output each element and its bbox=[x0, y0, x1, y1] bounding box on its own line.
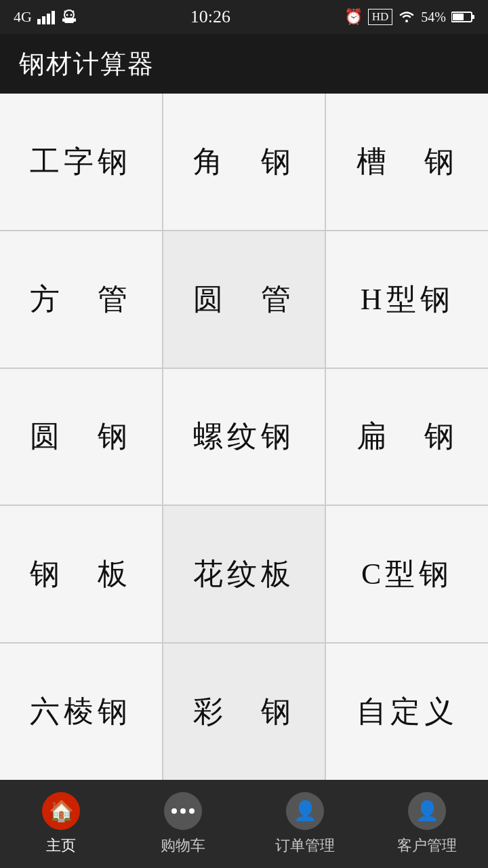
grid-item-label-caogong: 槽 钢 bbox=[357, 142, 458, 182]
grid-item-caogong[interactable]: 槽 钢 bbox=[326, 94, 488, 230]
svg-line-5 bbox=[64, 11, 66, 12]
grid-item-gangban[interactable]: 钢 板 bbox=[0, 506, 162, 642]
app-header: 钢材计算器 bbox=[0, 34, 488, 94]
grid-item-biangang[interactable]: 扁 钢 bbox=[326, 369, 488, 505]
svg-rect-3 bbox=[52, 11, 55, 24]
svg-point-7 bbox=[66, 14, 68, 16]
grid-item-fangguan[interactable]: 方 管 bbox=[0, 231, 162, 368]
grid-item-label-hxingang: H型钢 bbox=[361, 279, 454, 319]
orders-icon: 👤 bbox=[286, 792, 324, 830]
hd-badge: HD bbox=[368, 9, 393, 25]
material-grid: 工字钢角 钢槽 钢方 管圆 管H型钢圆 钢螺纹钢扁 钢钢 板花纹板C型钢六棱钢彩… bbox=[0, 94, 488, 780]
nav-orders-label: 订单管理 bbox=[275, 835, 335, 856]
svg-point-8 bbox=[70, 14, 72, 16]
grid-item-hxingang[interactable]: H型钢 bbox=[326, 231, 488, 368]
svg-rect-10 bbox=[62, 18, 64, 22]
nav-home[interactable]: 🏠 主页 bbox=[0, 780, 122, 868]
alarm-icon: ⏰ bbox=[344, 8, 363, 26]
grid-item-label-fangguan: 方 管 bbox=[30, 279, 131, 319]
wifi-icon bbox=[398, 10, 415, 24]
svg-rect-2 bbox=[47, 14, 50, 24]
grid-item-label-yuanguan: 圆 管 bbox=[193, 279, 295, 319]
battery-icon bbox=[451, 11, 474, 23]
grid-item-label-luowengang: 螺纹钢 bbox=[193, 416, 295, 456]
svg-line-6 bbox=[73, 11, 74, 12]
nav-cart-label: 购物车 bbox=[161, 835, 205, 856]
grid-item-label-jiaogong: 角 钢 bbox=[193, 142, 295, 182]
svg-point-12 bbox=[405, 20, 408, 22]
grid-item-label-caigang: 彩 钢 bbox=[193, 692, 295, 732]
grid-item-jiaogong[interactable]: 角 钢 bbox=[163, 94, 325, 230]
grid-item-label-zidingyi: 自定义 bbox=[357, 692, 458, 732]
nav-customers-label: 客户管理 bbox=[397, 835, 457, 856]
grid-item-yuanguan[interactable]: 圆 管 bbox=[163, 231, 325, 368]
grid-item-zidingyi[interactable]: 自定义 bbox=[326, 644, 488, 780]
grid-item-gonizigong[interactable]: 工字钢 bbox=[0, 94, 162, 230]
signal-text: 4G bbox=[14, 8, 32, 26]
grid-item-caigang[interactable]: 彩 钢 bbox=[163, 644, 325, 780]
svg-rect-15 bbox=[453, 14, 464, 20]
grid-item-label-gangban: 钢 板 bbox=[30, 554, 131, 594]
battery-text: 54% bbox=[421, 9, 446, 25]
svg-rect-11 bbox=[74, 18, 76, 22]
android-icon bbox=[62, 9, 77, 24]
customers-icon: 👤 bbox=[408, 792, 446, 830]
grid-item-label-cxingang: C型钢 bbox=[361, 554, 453, 594]
nav-customers[interactable]: 👤 客户管理 bbox=[366, 780, 488, 868]
grid-item-yuangang[interactable]: 圆 钢 bbox=[0, 369, 162, 505]
grid-item-label-biangang: 扁 钢 bbox=[357, 416, 458, 456]
svg-rect-0 bbox=[37, 19, 41, 24]
status-bar: 4G 10:26 ⏰ HD 54% bbox=[0, 0, 488, 34]
nav-home-label: 主页 bbox=[46, 835, 76, 856]
home-icon: 🏠 bbox=[42, 792, 80, 830]
dots-icon bbox=[171, 808, 195, 814]
grid-item-label-huawenban: 花纹板 bbox=[193, 554, 295, 594]
grid-item-label-gonizigong: 工字钢 bbox=[30, 142, 131, 182]
nav-orders[interactable]: 👤 订单管理 bbox=[244, 780, 366, 868]
grid-item-label-liulengang: 六棱钢 bbox=[30, 692, 131, 732]
signal-bars-icon bbox=[37, 9, 56, 24]
grid-item-liulengang[interactable]: 六棱钢 bbox=[0, 644, 162, 780]
grid-item-huawenban[interactable]: 花纹板 bbox=[163, 506, 325, 642]
grid-item-label-yuangang: 圆 钢 bbox=[30, 416, 131, 456]
cart-icon bbox=[164, 792, 202, 830]
bottom-nav: 🏠 主页 购物车 👤 订单管理 👤 客户管理 bbox=[0, 780, 488, 868]
status-right: ⏰ HD 54% bbox=[344, 8, 474, 26]
grid-item-cxingang[interactable]: C型钢 bbox=[326, 506, 488, 642]
status-left: 4G bbox=[14, 8, 77, 26]
grid-item-luowengang[interactable]: 螺纹钢 bbox=[163, 369, 325, 505]
app-title: 钢材计算器 bbox=[19, 47, 155, 81]
svg-rect-14 bbox=[472, 15, 474, 19]
svg-rect-1 bbox=[42, 16, 45, 24]
nav-cart[interactable]: 购物车 bbox=[122, 780, 244, 868]
svg-rect-9 bbox=[64, 18, 74, 23]
status-time: 10:26 bbox=[190, 7, 230, 27]
